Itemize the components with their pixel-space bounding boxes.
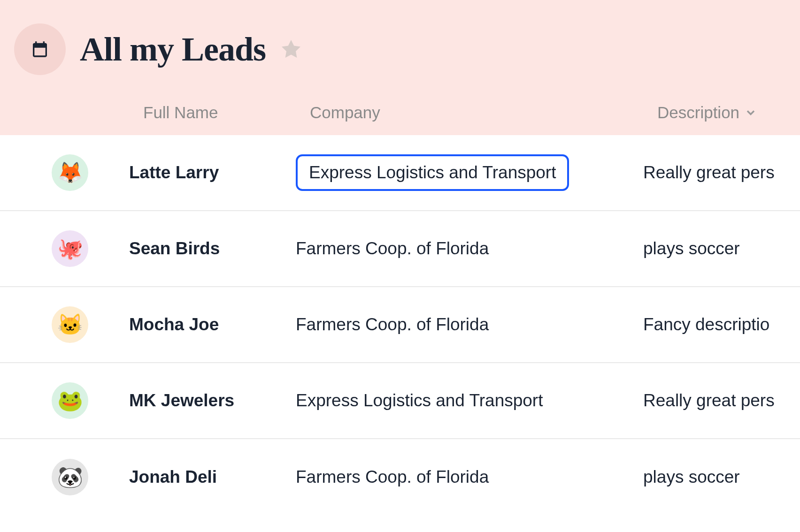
- name-cell[interactable]: Mocha Joe: [129, 315, 296, 334]
- avatar[interactable]: 🐸: [52, 382, 88, 419]
- avatar[interactable]: 🦊: [52, 154, 88, 191]
- chevron-down-icon: [744, 106, 757, 119]
- table-row[interactable]: 🐼Jonah DeliFarmers Coop. of Floridaplays…: [0, 439, 800, 515]
- description-cell[interactable]: Really great pers: [643, 163, 775, 182]
- description-cell[interactable]: plays soccer: [643, 239, 740, 258]
- title-row: All my Leads: [14, 23, 786, 103]
- table-row[interactable]: 🐱Mocha JoeFarmers Coop. of FloridaFancy …: [0, 287, 800, 363]
- name-cell[interactable]: MK Jewelers: [129, 391, 296, 410]
- calendar-icon: [31, 40, 49, 59]
- column-header-description[interactable]: Description: [657, 103, 757, 122]
- table-body: 🦊Latte LarryExpress Logistics and Transp…: [0, 135, 800, 515]
- company-cell[interactable]: Express Logistics and Transport: [296, 154, 643, 191]
- star-icon[interactable]: [280, 38, 302, 61]
- table-row[interactable]: 🦊Latte LarryExpress Logistics and Transp…: [0, 135, 800, 211]
- avatar-cell: 🦊: [52, 154, 129, 191]
- company-cell[interactable]: Farmers Coop. of Florida: [296, 467, 643, 487]
- table-row[interactable]: 🐙Sean BirdsFarmers Coop. of Floridaplays…: [0, 211, 800, 287]
- name-cell[interactable]: Latte Larry: [129, 163, 296, 182]
- description-cell[interactable]: Fancy descriptio: [643, 315, 769, 334]
- company-cell[interactable]: Farmers Coop. of Florida: [296, 239, 643, 258]
- avatar[interactable]: 🐱: [52, 306, 88, 343]
- avatar-cell: 🐙: [52, 230, 129, 267]
- description-cell[interactable]: plays soccer: [643, 467, 740, 487]
- header-icon-badge[interactable]: [14, 23, 66, 75]
- avatar-cell: 🐱: [52, 306, 129, 343]
- page-title: All my Leads: [80, 30, 266, 69]
- column-header-fullname[interactable]: Full Name: [143, 103, 310, 122]
- company-cell[interactable]: Express Logistics and Transport: [296, 391, 643, 410]
- avatar-cell: 🐸: [52, 382, 129, 419]
- company-selected-cell[interactable]: Express Logistics and Transport: [296, 154, 569, 191]
- name-cell[interactable]: Sean Birds: [129, 239, 296, 258]
- column-header-description-label: Description: [657, 103, 739, 122]
- avatar-cell: 🐼: [52, 459, 129, 495]
- company-cell[interactable]: Farmers Coop. of Florida: [296, 315, 643, 334]
- avatar[interactable]: 🐙: [52, 230, 88, 267]
- column-header-company[interactable]: Company: [310, 103, 657, 122]
- description-cell[interactable]: Really great pers: [643, 391, 775, 410]
- table-row[interactable]: 🐸MK JewelersExpress Logistics and Transp…: [0, 363, 800, 439]
- column-headers: Full Name Company Description: [14, 103, 786, 135]
- name-cell[interactable]: Jonah Deli: [129, 467, 296, 487]
- avatar[interactable]: 🐼: [52, 459, 88, 495]
- page-header: All my Leads Full Name Company Descripti…: [0, 0, 800, 135]
